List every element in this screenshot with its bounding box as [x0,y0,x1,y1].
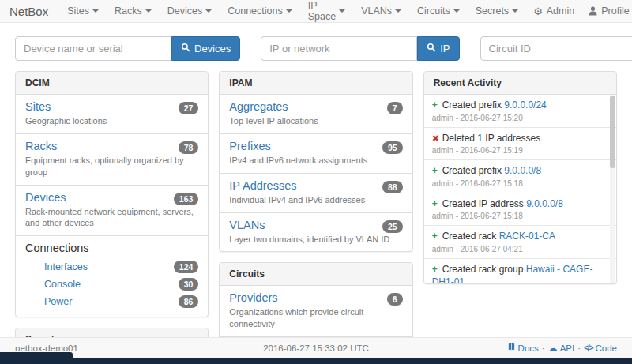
menu-secrets[interactable]: Secrets [468,6,526,17]
activity-scrollbar[interactable] [610,95,615,283]
menu-sites[interactable]: Sites [59,6,107,17]
ip-search-button[interactable]: IP [417,36,459,61]
activity-action: Created prefix [442,165,505,176]
list-item: 163 Devices Rack-mounted network equipme… [16,186,208,237]
aggregates-link[interactable]: Aggregates [229,100,288,113]
activity-meta: admin - 2016-06-27 15:20 [432,114,602,122]
admin-link[interactable]: ⚙Admin [526,6,581,17]
caret-down-icon [512,9,518,13]
activity-meta: admin - 2016-06-27 15:18 [432,212,602,220]
menu-connections[interactable]: Connections [220,6,300,17]
device-search-button[interactable]: Devices [171,36,240,61]
devices-link[interactable]: Devices [25,191,66,204]
ip-search-group: IP [261,36,459,61]
ip-search-input[interactable] [261,36,417,61]
docs-link[interactable]: Docs [507,343,539,353]
menu-racks-label: Racks [115,6,142,17]
menu-secrets-label: Secrets [476,6,509,17]
activity-action: Created rack [442,231,499,242]
column-ipam: IPAM 7 Aggregates Top-level IP allocatio… [219,71,412,364]
footer: netbox-demo01 2016-06-27 15:33:02 UTC Do… [0,337,632,358]
connections-section: Connections Interfaces 124 Console 30 Po… [16,236,208,317]
x-icon: ✖ [432,133,442,144]
providers-link[interactable]: Providers [229,291,277,304]
activity-action: Created rack group [442,264,526,275]
footer-links: Docs · ☁API · </>Code [507,343,617,353]
ip-addresses-desc: Individual IPv4 and IPv6 addresses [229,194,402,206]
plus-icon: + [432,264,442,276]
list-item: +Created IP address 9.0.0.0/8 admin - 20… [424,193,616,227]
code-label: Code [596,343,618,353]
circuit-search-input[interactable] [480,36,632,61]
caret-down-icon [205,9,212,13]
power-link[interactable]: Power [44,296,179,307]
activity-link[interactable]: 9.0.0.0/24 [504,99,546,111]
sites-desc: Geographic locations [25,115,198,127]
ip-search-button-label: IP [440,43,450,54]
vlans-link[interactable]: VLANs [229,219,265,231]
menu-vlans[interactable]: VLANs [353,6,409,17]
interfaces-count-badge: 124 [174,261,199,273]
api-link[interactable]: ☁API [548,343,575,353]
dcim-panel: DCIM 27 Sites Geographic locations 78 Ra… [15,71,209,317]
menu-connections-label: Connections [228,6,283,17]
plus-icon: + [432,231,442,243]
vlans-desc: Layer two domains, identified by VLAN ID [229,234,402,246]
activity-action: Deleted 1 IP addresses [442,133,541,144]
search-row: Devices IP Circuits [0,23,632,71]
caret-down-icon [92,9,99,13]
devices-count-badge: 163 [174,193,199,205]
brand-logo[interactable]: NetBox [9,5,48,18]
profile-link[interactable]: Profile [581,6,632,17]
menu-racks[interactable]: Racks [107,6,160,17]
racks-count-badge: 78 [179,141,199,154]
plus-icon: + [432,99,442,112]
list-item: 6 Providers Organizations which provide … [220,286,412,337]
activity-link[interactable]: 9.0.0.0/8 [526,198,563,209]
console-link[interactable]: Console [44,279,179,290]
activity-link[interactable]: RACK-01-CA [499,231,555,242]
list-item: 95 Prefixes IPv4 and IPv6 network assign… [220,134,412,174]
menu-devices[interactable]: Devices [160,6,220,17]
list-item: +Created prefix 9.0.0.0/24 admin - 2016-… [424,95,616,128]
recent-activity-title: Recent Activity [424,72,616,95]
connections-header: Connections [25,242,198,254]
menu-ip-space[interactable]: IP Space [300,0,353,22]
separator: · [577,343,581,353]
sites-link[interactable]: Sites [25,100,51,113]
list-item: 25 VLANs Layer two domains, identified b… [220,213,412,252]
caret-down-icon [339,9,345,13]
code-link[interactable]: </>Code [584,343,617,353]
interfaces-link[interactable]: Interfaces [44,261,174,272]
ip-addresses-count-badge: 88 [382,181,403,193]
activity-link[interactable]: 9.0.0.0/8 [504,165,541,176]
list-item: Console 30 [25,276,198,293]
activity-meta: admin - 2016-06-27 04:21 [432,245,602,253]
providers-desc: Organizations which provide circuit conn… [229,306,402,330]
aggregates-count-badge: 7 [387,102,403,114]
aggregates-desc: Top-level IP allocations [229,115,402,127]
device-search-button-label: Devices [194,43,231,54]
caret-down-icon [286,9,292,13]
list-item: Power 86 [25,293,198,310]
book-icon [507,343,516,353]
list-item: +Created prefix 9.0.0.0/8 admin - 2016-0… [424,160,616,193]
activity-action: Created prefix [442,99,505,111]
separator: · [542,343,545,353]
taskbar-strip [0,358,632,364]
menu-ip-space-label: IP Space [308,0,336,22]
list-item: ✖Deleted 1 IP addresses admin - 2016-06-… [424,128,616,161]
menu-circuits[interactable]: Circuits [409,6,468,17]
ip-addresses-link[interactable]: IP Addresses [229,179,296,192]
device-search-input[interactable] [15,36,171,61]
list-item: Interfaces 124 [25,258,198,276]
activity-scrollbar-thumb[interactable] [610,96,615,168]
activity-meta: admin - 2016-06-27 15:19 [432,146,602,155]
menu-vlans-label: VLANs [361,6,392,17]
list-item: +Created rack group Hawaii - CAGE-DH1-01… [424,259,616,283]
caret-down-icon [453,9,460,13]
racks-link[interactable]: Racks [25,140,57,152]
column-dcim: DCIM 27 Sites Geographic locations 78 Ra… [15,71,209,364]
prefixes-link[interactable]: Prefixes [229,140,270,152]
prefixes-count-badge: 95 [382,141,403,154]
